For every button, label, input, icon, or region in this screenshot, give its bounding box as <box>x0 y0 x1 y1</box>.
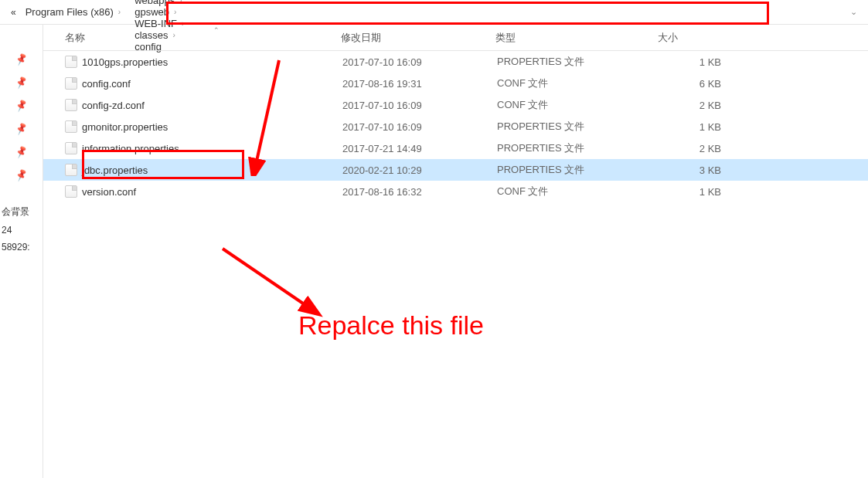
file-row[interactable]: jdbc.properties2020-02-21 10:29PROPERTIE… <box>43 159 868 181</box>
file-type: PROPERTIES 文件 <box>497 141 659 155</box>
file-row[interactable]: version.conf2017-08-16 16:32CONF 文件1 KB <box>43 181 868 202</box>
file-row[interactable]: config-zd.conf2017-07-10 16:09CONF 文件2 K… <box>43 94 868 116</box>
file-row[interactable]: config.conf2017-08-16 19:31CONF 文件6 KB <box>43 73 868 94</box>
chevron-right-icon: › <box>174 8 176 16</box>
file-name: version.conf <box>82 186 342 198</box>
file-icon <box>65 142 77 154</box>
file-icon <box>65 77 77 90</box>
annotation-text: Repalce this file <box>298 310 484 341</box>
crumb-label: webapps <box>134 0 175 6</box>
file-name: 1010gps.properties <box>82 56 342 68</box>
file-row[interactable]: gmonitor.properties2017-07-10 16:09PROPE… <box>43 116 868 137</box>
col-date-header[interactable]: 修改日期 <box>341 31 495 45</box>
address-bar[interactable]: « Program Files (x86) › IVMS Server›tomc… <box>0 0 868 25</box>
sort-indicator-icon: ⌃ <box>213 26 220 34</box>
file-icon <box>65 120 77 133</box>
breadcrumb-item[interactable]: gpsweb› <box>130 6 208 18</box>
col-size-header[interactable]: 大小 <box>658 31 735 45</box>
sidebar-label: 58929: <box>0 239 43 256</box>
file-icon <box>65 99 77 111</box>
file-size: 1 KB <box>659 121 737 133</box>
file-size: 3 KB <box>659 164 737 176</box>
file-row[interactable]: 1010gps.properties2017-07-10 16:09PROPER… <box>43 51 868 73</box>
file-type: PROPERTIES 文件 <box>497 55 659 69</box>
sidebar-label: 会背景 <box>0 202 43 222</box>
file-type: PROPERTIES 文件 <box>497 163 659 177</box>
file-icon <box>65 56 77 68</box>
column-headers[interactable]: 名称 修改日期 类型 大小 <box>43 25 868 51</box>
file-name: config.conf <box>82 78 342 90</box>
file-date: 2017-07-10 16:09 <box>342 56 497 68</box>
breadcrumb-item[interactable]: webapps› <box>130 0 208 6</box>
content-area: 📌 📌 📌 📌 📌 📌 会背景 24 58929: ⌃ 名称 修改日期 类型 大… <box>0 25 868 478</box>
file-size: 2 KB <box>659 143 737 154</box>
svg-line-1 <box>223 249 308 307</box>
col-name-header[interactable]: 名称 <box>43 31 341 45</box>
file-size: 6 KB <box>659 78 737 90</box>
file-name: config-zd.conf <box>82 100 342 111</box>
file-icon <box>65 164 77 176</box>
sidebar-label: 24 <box>0 222 43 239</box>
file-date: 2017-07-10 16:09 <box>342 100 497 111</box>
file-row[interactable]: information.properties2017-07-21 14:49PR… <box>43 137 868 159</box>
file-type: CONF 文件 <box>497 76 659 90</box>
file-date: 2017-08-16 19:31 <box>342 78 497 90</box>
col-type-header[interactable]: 类型 <box>495 31 658 45</box>
file-type: PROPERTIES 文件 <box>497 120 659 134</box>
file-name: jdbc.properties <box>82 164 342 176</box>
annotation-arrow-icon <box>215 241 331 318</box>
chevron-right-icon: › <box>179 0 182 5</box>
crumb-label: Program Files (x86) <box>26 6 114 18</box>
file-icon <box>65 185 77 198</box>
back-overflow-icon[interactable]: « <box>6 7 21 18</box>
file-size: 2 KB <box>659 100 737 111</box>
file-list[interactable]: ⌃ 名称 修改日期 类型 大小 1010gps.properties2017-0… <box>43 25 868 478</box>
file-size: 1 KB <box>659 186 737 198</box>
nav-pane[interactable]: 📌 📌 📌 📌 📌 📌 会背景 24 58929: <box>0 25 43 478</box>
file-date: 2017-07-21 14:49 <box>342 143 497 154</box>
file-date: 2017-07-10 16:09 <box>342 121 497 133</box>
file-name: gmonitor.properties <box>82 121 342 133</box>
file-type: CONF 文件 <box>497 98 659 112</box>
file-date: 2020-02-21 10:29 <box>342 164 497 176</box>
dropdown-chevron-icon[interactable]: ⌄ <box>846 7 862 17</box>
breadcrumb-root[interactable]: Program Files (x86) › <box>21 6 130 18</box>
file-date: 2017-08-16 16:32 <box>342 186 497 198</box>
file-name: information.properties <box>82 143 342 154</box>
crumb-label: gpsweb <box>134 6 169 18</box>
file-size: 1 KB <box>659 56 737 68</box>
file-type: CONF 文件 <box>497 185 659 198</box>
chevron-right-icon: › <box>118 8 121 16</box>
